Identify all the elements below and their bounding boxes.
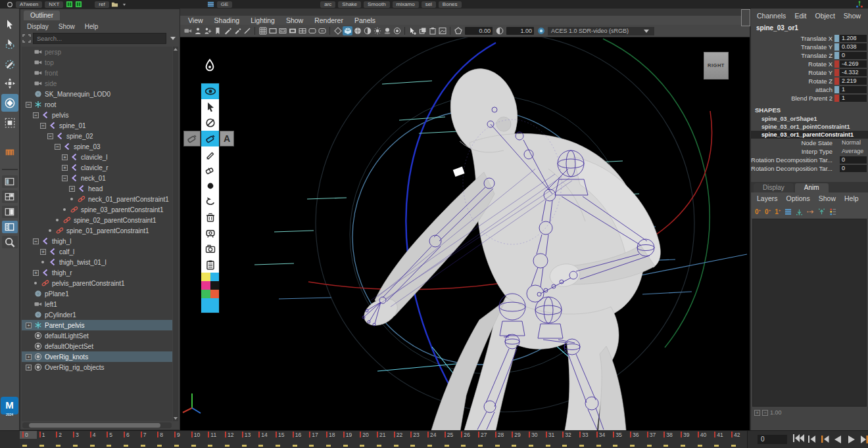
outliner-item-SK_Mannequin_LOD0[interactable]: SK_Mannequin_LOD0 xyxy=(22,89,172,99)
shelf-button-atween[interactable]: ATween xyxy=(16,1,42,8)
line-icon[interactable] xyxy=(242,26,252,35)
current-frame-field[interactable]: 0 xyxy=(758,435,787,444)
outliner-search-input[interactable] xyxy=(33,33,166,44)
shelf-button-sel[interactable]: sel xyxy=(422,1,436,8)
outliner-item-pelvis_parentConstraint1[interactable]: pelvis_parentConstraint1 xyxy=(22,278,172,288)
dropdown-arrow-icon[interactable] xyxy=(120,1,128,8)
paint-select-tool-button[interactable] xyxy=(1,55,18,72)
modeling-toolkit-button[interactable] xyxy=(1,143,18,160)
viewport-menu-view[interactable]: View xyxy=(188,16,203,24)
outliner-item-left1[interactable]: left1 xyxy=(22,299,172,309)
outliner-item-pPlane1[interactable]: pPlane1 xyxy=(22,288,172,299)
gate-mask-icon[interactable] xyxy=(287,26,297,35)
trash-tool[interactable] xyxy=(201,210,219,225)
grid-icon[interactable] xyxy=(258,26,268,35)
collapse-icon[interactable]: − xyxy=(33,238,39,244)
expand-icon[interactable]: + xyxy=(33,270,39,276)
move-tool-button[interactable] xyxy=(1,74,18,92)
ambient-occlusion-icon[interactable] xyxy=(392,26,402,35)
layer-menu-layers[interactable]: Layers xyxy=(757,194,778,204)
lasso-tool-button[interactable] xyxy=(1,35,18,53)
annotation-pen-button[interactable] xyxy=(201,56,218,76)
expand-icon[interactable]: + xyxy=(62,154,68,160)
viewport-menu-shading[interactable]: Shading xyxy=(214,16,240,24)
outliner-item-defaultObjectSet[interactable]: defaultObjectSet xyxy=(22,341,172,351)
channel-value-field[interactable]: -4.269 xyxy=(840,60,867,68)
marker-gray-tool[interactable] xyxy=(183,131,201,146)
cursor-tool[interactable] xyxy=(201,99,219,115)
exposure-field[interactable]: 0.00 xyxy=(465,27,493,35)
channel-row[interactable]: Rotate Z2.219 xyxy=(751,77,868,85)
exposure-icon[interactable] xyxy=(453,26,463,35)
channelbox-menu-channels[interactable]: Channels xyxy=(757,12,786,20)
channel-row[interactable]: Blend Parent 21 xyxy=(751,94,868,102)
active-color-swatch[interactable] xyxy=(201,298,219,313)
pen-icon[interactable] xyxy=(222,26,232,35)
viewport-menu-panels[interactable]: Panels xyxy=(354,16,375,24)
safe-action-icon[interactable] xyxy=(307,26,317,35)
channel-row[interactable]: attach1 xyxy=(751,85,868,94)
round-tool-icon[interactable] xyxy=(6,1,14,8)
layer-menu-help[interactable]: Help xyxy=(844,194,859,204)
go-to-end-button[interactable] xyxy=(858,434,868,445)
outliner-item-side[interactable]: side xyxy=(22,78,172,89)
play-backwards-button[interactable] xyxy=(832,434,844,445)
attribute-value[interactable]: 0 xyxy=(840,165,867,172)
shelf-button-bones[interactable]: Bones xyxy=(439,1,462,8)
outliner-item-persp[interactable]: persp xyxy=(22,47,172,57)
outliner-item-front[interactable]: front xyxy=(22,68,172,78)
zoom-tool-button[interactable] xyxy=(2,236,18,248)
projector-tool[interactable] xyxy=(201,225,219,241)
safe-title-icon[interactable] xyxy=(317,26,327,35)
channel-value-field[interactable]: 0.038 xyxy=(840,43,867,51)
field-chart-icon[interactable] xyxy=(297,26,307,35)
folder-icon[interactable] xyxy=(111,1,119,8)
viewport-menu-show[interactable]: Show xyxy=(286,16,303,24)
channelbox-menu-edit[interactable]: Edit xyxy=(794,12,806,20)
viewport-menu-lighting[interactable]: Lighting xyxy=(251,16,275,24)
copy-icon[interactable] xyxy=(418,26,427,35)
layer-tab-display[interactable]: Display xyxy=(754,183,794,192)
viewport-canvas[interactable]: RIGHT A xyxy=(180,37,750,430)
channelbox-menu-show[interactable]: Show xyxy=(844,12,861,20)
outliner-item-spine_02_parentConstraint1[interactable]: spine_02_parentConstraint1 xyxy=(22,215,172,225)
new-empty-layer-icon[interactable]: 0+ xyxy=(755,207,761,215)
move-right-icon[interactable] xyxy=(807,208,814,215)
select-objects-icon[interactable] xyxy=(408,26,418,35)
paste-icon[interactable] xyxy=(427,26,437,35)
outliner-item-head[interactable]: +head xyxy=(22,183,172,194)
outliner-item-pCylinder1[interactable]: pCylinder1 xyxy=(22,309,172,320)
wireframe-icon[interactable] xyxy=(333,26,343,35)
collapse-icon[interactable]: − xyxy=(33,112,39,118)
shape-node-spine_03_or1_parentConstraint1[interactable]: spine_03_or1_parentConstraint1 xyxy=(751,131,868,139)
channel-row[interactable]: Translate Z0 xyxy=(751,51,868,60)
shelf-button-smooth[interactable]: Smooth xyxy=(364,1,390,8)
outliner-item-top[interactable]: top xyxy=(22,57,172,68)
channel-row[interactable]: Translate Y0.038 xyxy=(751,43,868,51)
undo-tool[interactable] xyxy=(201,194,219,210)
attribute-row[interactable]: Node StateNormal xyxy=(751,139,868,147)
shelf-button-nxt[interactable]: NXT xyxy=(45,1,63,8)
shape-node-spine_03_or1_pointConstraint1[interactable]: spine_03_or1_pointConstraint1 xyxy=(751,123,868,131)
marker-tool[interactable]: A xyxy=(201,131,219,146)
gamma-field[interactable]: 1.00 xyxy=(506,27,534,35)
expand-icon[interactable]: + xyxy=(26,365,32,370)
outliner-menu-display[interactable]: Display xyxy=(27,23,49,30)
text-annotation-tool[interactable]: A xyxy=(220,131,234,146)
bookmark-icon[interactable] xyxy=(212,26,222,35)
channel-row[interactable]: Rotate X-4.269 xyxy=(751,60,868,68)
paint-icon[interactable] xyxy=(232,26,242,35)
outliner-item-Parent_pelvis[interactable]: +Parent_pelvis xyxy=(22,320,172,330)
expand-icon[interactable]: + xyxy=(62,165,68,171)
outliner-item-pelvis[interactable]: −pelvis xyxy=(22,110,172,120)
rotate-tool-button[interactable] xyxy=(1,94,18,112)
attribute-value[interactable]: 0 xyxy=(840,156,867,164)
collapse-icon[interactable]: − xyxy=(62,175,68,181)
pencil-tool[interactable] xyxy=(201,146,219,162)
outliner-item-clavicle_l[interactable]: +clavicle_l xyxy=(22,152,172,162)
outliner-item-spine_03[interactable]: −spine_03 xyxy=(22,141,172,152)
material-icon[interactable] xyxy=(362,26,372,35)
eraser-tool[interactable] xyxy=(201,162,219,178)
play-forwards-button[interactable] xyxy=(845,434,857,445)
color-swatch[interactable] xyxy=(201,290,210,298)
